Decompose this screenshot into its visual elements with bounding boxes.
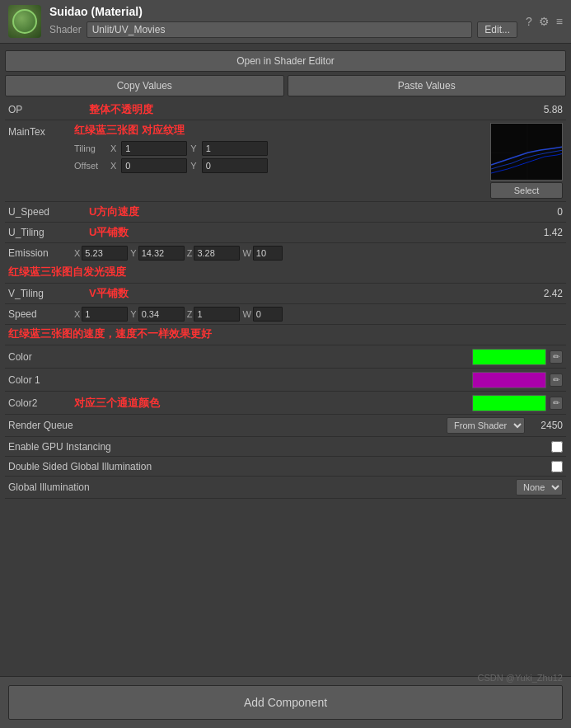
speed-z-label: Z [187, 309, 193, 319]
open-shader-btn-row: Open in Shader Editor [5, 50, 566, 72]
color1-row: Color 1 ✏ [5, 369, 566, 392]
emission-row: Emission X Y Z [5, 243, 566, 263]
maintex-annotation: 红绿蓝三张图 对应纹理 [74, 123, 484, 138]
menu-icon[interactable]: ≡ [556, 15, 563, 28]
select-button[interactable]: Select [490, 182, 563, 199]
render-queue-label: Render Queue [8, 420, 447, 431]
u-tiling-value: 1.42 [544, 227, 563, 238]
emission-section: Emission X Y Z [5, 243, 566, 284]
speed-x-item: X [74, 307, 128, 322]
shader-label: Shader [49, 24, 82, 35]
gpu-instancing-row: Enable GPU Instancing [5, 437, 566, 457]
v-tiling-row: V_Tiling V平铺数 2.42 [5, 284, 566, 304]
emission-z-item: Z [187, 246, 241, 261]
emission-z-label: Z [187, 248, 193, 258]
speed-annotation-block: 红绿蓝三张图的速度，速度不一样效果更好 [5, 325, 566, 345]
speed-x-label: X [74, 309, 80, 319]
shader-dropdown[interactable]: Unlit/UV_Movies [87, 21, 473, 38]
color2-swatch-container: ✏ [472, 395, 563, 411]
offset-x-input[interactable] [121, 158, 187, 173]
offset-label: Offset [74, 161, 107, 171]
color2-swatch[interactable] [472, 395, 546, 411]
emission-label: Emission [8, 247, 74, 259]
header-title: Suidao (Material) [49, 5, 517, 18]
color1-swatch[interactable] [472, 372, 546, 388]
op-label: OP [8, 104, 82, 115]
render-queue-value: 2450 [530, 420, 563, 431]
tiling-label: Tiling [74, 143, 107, 153]
color-annotation: 对应三个通道颜色 [74, 396, 160, 411]
copy-values-button[interactable]: Copy Values [5, 75, 284, 96]
emission-inputs: X Y Z W [74, 246, 563, 261]
u-tiling-row: U_Tiling U平铺数 1.42 [5, 223, 566, 243]
gi-dropdown[interactable]: None [516, 479, 563, 496]
emission-z-input[interactable] [194, 246, 240, 261]
open-shader-editor-button[interactable]: Open in Shader Editor [5, 50, 566, 72]
double-sided-checkbox[interactable] [551, 461, 563, 472]
emission-annotation: 红绿蓝三张图自发光强度 [8, 265, 126, 278]
tiling-x-label: X [110, 143, 116, 153]
speed-x-input[interactable] [82, 307, 128, 322]
offset-y-input[interactable] [202, 158, 268, 173]
tiling-y-label: Y [190, 143, 196, 153]
tiling-y-input[interactable] [202, 141, 268, 156]
offset-x-label: X [110, 161, 116, 171]
u-speed-value: 0 [557, 206, 563, 218]
gi-row: Global Illumination None [5, 477, 566, 499]
speed-y-input[interactable] [138, 307, 185, 322]
maintex-label: MainTex [8, 123, 74, 138]
header-info: Suidao (Material) Shader Unlit/UV_Movies… [49, 5, 517, 38]
header-shader-row: Shader Unlit/UV_Movies Edit... [49, 21, 517, 38]
v-tiling-label: V_Tiling [8, 288, 82, 299]
color2-picker-icon[interactable]: ✏ [550, 397, 563, 410]
speed-label: Speed [8, 308, 74, 320]
header: Suidao (Material) Shader Unlit/UV_Movies… [0, 0, 571, 44]
offset-row: Offset X Y [74, 158, 484, 173]
render-queue-dropdown[interactable]: From Shader [447, 417, 525, 434]
tiling-x-input[interactable] [121, 141, 187, 156]
emission-y-label: Y [130, 248, 136, 258]
speed-w-item: W [242, 307, 282, 322]
emission-x-input[interactable] [82, 246, 128, 261]
properties-section: OP 整体不透明度 5.88 MainTex 红绿蓝三张图 对应纹理 Tilin… [5, 100, 566, 499]
color1-picker-icon[interactable]: ✏ [550, 373, 563, 387]
spacer [0, 499, 571, 515]
edit-button[interactable]: Edit... [477, 21, 517, 38]
speed-w-label: W [242, 309, 250, 319]
paste-values-button[interactable]: Paste Values [288, 75, 567, 96]
speed-row: Speed X Y Z W [5, 304, 566, 325]
emission-x-item: X [74, 246, 128, 261]
copy-paste-row: Copy Values Paste Values [5, 75, 566, 96]
gpu-instancing-checkbox[interactable] [551, 441, 563, 453]
color-picker-icon[interactable]: ✏ [550, 350, 563, 364]
speed-z-input[interactable] [194, 307, 240, 322]
speed-annotation: 红绿蓝三张图的速度，速度不一样效果更好 [8, 327, 212, 340]
emission-annotation-block: 红绿蓝三张图自发光强度 [5, 263, 566, 283]
speed-z-item: Z [187, 307, 241, 322]
emission-y-input[interactable] [138, 246, 185, 261]
color1-label: Color 1 [8, 374, 74, 386]
material-icon [8, 5, 41, 38]
help-icon[interactable]: ? [526, 15, 532, 28]
u-tiling-label: U_Tiling [8, 227, 82, 238]
texture-preview-container: Select [490, 123, 563, 199]
settings-icon[interactable]: ⚙ [539, 15, 550, 28]
maintex-sub: 红绿蓝三张图 对应纹理 Tiling X Y Offset X Y [74, 123, 484, 176]
op-value: 5.88 [544, 104, 563, 115]
texture-preview[interactable] [490, 123, 563, 181]
color1-swatch-container: ✏ [472, 372, 563, 388]
watermark: CSDN @Yuki_Zhu12 [478, 673, 564, 683]
speed-w-input[interactable] [253, 307, 283, 322]
emission-w-input[interactable] [253, 246, 283, 261]
header-icons: ? ⚙ ≡ [526, 15, 563, 28]
emission-x-label: X [74, 248, 80, 258]
main-container: Suidao (Material) Shader Unlit/UV_Movies… [0, 0, 571, 728]
tiling-row: Tiling X Y [74, 141, 484, 156]
gpu-instancing-label: Enable GPU Instancing [8, 441, 551, 453]
emission-y-item: Y [130, 246, 184, 261]
color-swatch[interactable] [472, 349, 546, 365]
render-queue-row: Render Queue From Shader 2450 [5, 415, 566, 437]
add-component-button[interactable]: Add Component [8, 685, 563, 720]
u-tiling-annotation: U平铺数 [89, 225, 129, 240]
op-row: OP 整体不透明度 5.88 [5, 100, 566, 120]
